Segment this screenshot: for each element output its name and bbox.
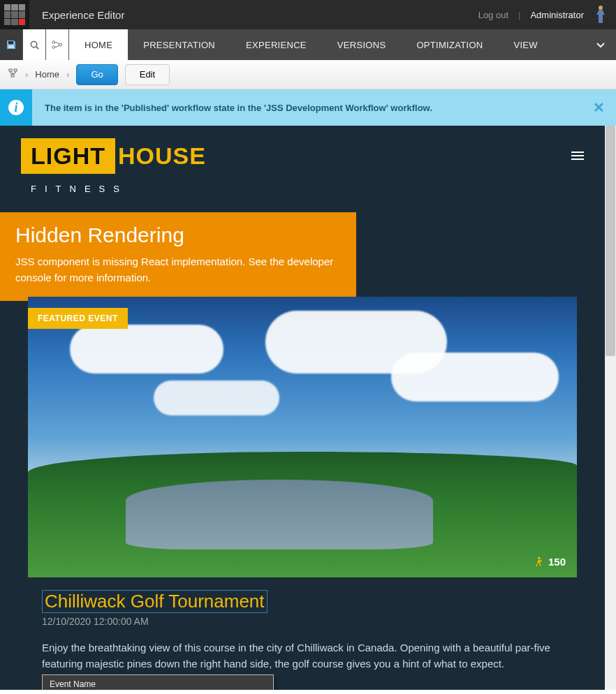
field-toolbar-title: Event Name (43, 675, 273, 690)
field-toolbar: Event Name Workflow: No Usage: 2 ▼ More … (42, 674, 274, 690)
event-date[interactable]: 12/10/2020 12:00:00 AM (42, 616, 577, 627)
chevron-right-icon: › (66, 69, 69, 80)
app-logo[interactable] (0, 0, 29, 29)
tab-optimization[interactable]: OPTIMIZATION (401, 29, 498, 60)
tab-presentation[interactable]: PRESENTATION (128, 29, 230, 60)
tree-icon[interactable] (8, 68, 18, 80)
tab-versions[interactable]: VERSIONS (322, 29, 402, 60)
app-title: Experience Editor (42, 9, 124, 21)
title-bar: Experience Editor Log out | Administrato… (0, 0, 616, 29)
svg-text:i: i (14, 101, 17, 115)
tab-experience[interactable]: EXPERIENCE (230, 29, 322, 60)
content-area: LIGHT HOUSE FITNESS Hidden Rendering JSS… (0, 126, 616, 690)
ribbon-tabs: HOME PRESENTATION EXPERIENCE VERSIONS OP… (0, 29, 616, 60)
svg-rect-10 (11, 75, 14, 77)
separator: | (518, 10, 520, 20)
breadcrumb-bar: › Home › Go Edit (0, 60, 616, 89)
svg-point-0 (599, 6, 603, 10)
participant-count: 150 (533, 556, 566, 568)
save-button[interactable] (0, 29, 23, 60)
current-user: Administrator (530, 10, 584, 20)
scrollbar-track[interactable] (605, 126, 616, 690)
ribbon-collapse-button[interactable] (585, 29, 616, 60)
svg-point-13 (538, 556, 541, 559)
featured-badge: FEATURED EVENT (28, 308, 128, 329)
event-hero-image[interactable]: FEATURED EVENT 150 (28, 297, 577, 577)
close-icon[interactable]: ✕ (593, 99, 616, 116)
page-canvas[interactable]: LIGHT HOUSE FITNESS Hidden Rendering JSS… (0, 126, 605, 690)
tab-home[interactable]: HOME (69, 29, 128, 60)
logout-link[interactable]: Log out (478, 10, 508, 20)
components-button[interactable] (46, 29, 69, 60)
breadcrumb-home[interactable]: Home (35, 69, 59, 80)
site-header: LIGHT HOUSE FITNESS (0, 126, 605, 201)
user-avatar-icon[interactable] (594, 5, 608, 24)
svg-point-6 (52, 46, 55, 49)
svg-rect-9 (14, 69, 17, 71)
event-card: FEATURED EVENT 150 Chilliwack Golf Tourn… (28, 297, 577, 686)
info-text: The item is in the 'Published' workflow … (32, 103, 432, 113)
logo-text-left: LIGHT (21, 138, 115, 174)
info-bar: i The item is in the 'Published' workflo… (0, 89, 616, 126)
walking-icon (533, 556, 544, 568)
svg-rect-8 (9, 69, 12, 71)
site-logo[interactable]: LIGHT HOUSE FITNESS (21, 138, 206, 194)
tab-view[interactable]: VIEW (498, 29, 552, 60)
logo-subtitle: FITNESS (31, 184, 206, 194)
info-icon: i (0, 89, 32, 126)
hidden-rendering-title: Hidden Rendering (15, 223, 341, 247)
chevron-right-icon: › (25, 69, 28, 80)
menu-icon[interactable] (571, 149, 584, 162)
search-button[interactable] (23, 29, 46, 60)
hidden-rendering-text: JSS component is missing React implement… (15, 254, 341, 286)
hidden-rendering-banner: Hidden Rendering JSS component is missin… (0, 212, 356, 301)
svg-point-7 (59, 43, 61, 46)
event-description[interactable]: Enjoy the breathtaking view of this cour… (42, 640, 559, 672)
svg-rect-2 (8, 45, 14, 48)
scrollbar-thumb[interactable] (606, 126, 615, 356)
event-title-field[interactable]: Chilliwack Golf Tournament (42, 590, 267, 613)
svg-point-3 (31, 41, 36, 47)
logo-text-right: HOUSE (118, 142, 206, 170)
svg-point-5 (52, 41, 55, 44)
edit-button[interactable]: Edit (125, 64, 170, 85)
participant-number: 150 (548, 556, 566, 568)
title-bar-right: Log out | Administrator (478, 5, 608, 24)
event-body: Chilliwack Golf Tournament 12/10/2020 12… (28, 577, 577, 686)
go-button[interactable]: Go (76, 64, 117, 85)
svg-line-4 (36, 46, 38, 48)
svg-rect-1 (8, 41, 13, 44)
